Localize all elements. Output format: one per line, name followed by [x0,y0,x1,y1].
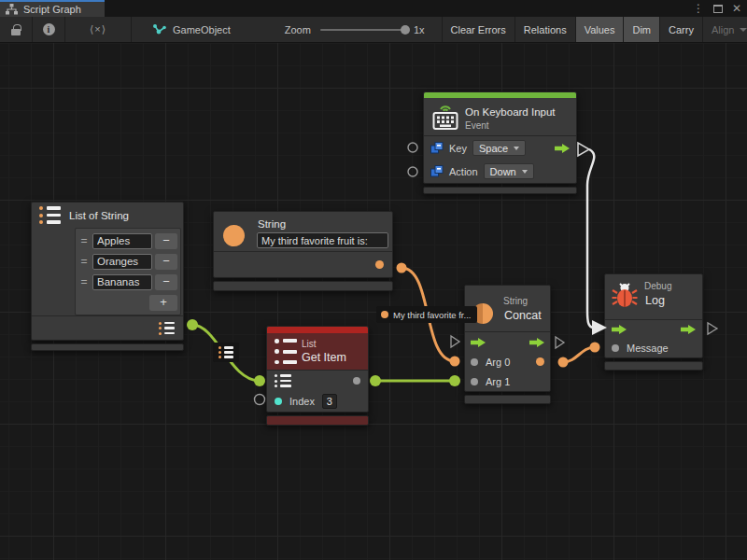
error-accent-strip [267,327,368,333]
index-input[interactable] [322,394,337,409]
node-title: On Keyboard Input [465,106,556,118]
node-footer [604,361,703,371]
wire-keyboard-to-log [587,149,594,328]
wire-value-badge-list [213,343,239,362]
port-ball-concat-arg0 [450,357,460,367]
list-output-row [32,315,183,340]
info-icon: i [43,23,55,35]
key-dropdown[interactable]: Space [472,140,526,156]
port-ball-string-out [397,263,407,273]
list-input-row [267,371,368,391]
values-toggle[interactable]: Values [575,17,624,43]
flow-output-arrow[interactable] [529,338,544,347]
list-item-row: = − [78,272,177,292]
arg0-label: Arg 0 [486,357,510,368]
zoom-slider-handle[interactable] [401,25,410,35]
keyboard-icon [432,103,458,131]
wire-value-badge-string: My third favorite fr... [376,306,477,323]
arg1-label: Arg 1 [486,376,510,387]
arg0-row: Arg 0 [465,352,550,371]
message-input-port[interactable] [612,344,619,352]
lock-icon [11,29,21,35]
remove-item-button[interactable]: − [155,233,177,249]
flow-output-arrow[interactable] [681,325,696,334]
lock-button[interactable] [0,17,32,43]
flow-row [605,320,702,339]
trigger-output-arrow[interactable] [555,144,570,153]
edit-code-button[interactable]: ⟨×⟩ [65,17,131,43]
window-close-icon[interactable]: ✕ [732,0,741,17]
item-output-port[interactable] [353,377,360,385]
action-dropdown[interactable]: Down [484,163,534,179]
align-dropdown[interactable]: Align [702,17,747,43]
code-icon: ⟨×⟩ [90,23,106,35]
flow-input-arrow[interactable] [612,325,627,334]
index-input-port[interactable] [275,398,282,405]
string-output-row [214,251,392,277]
graph-hierarchy-icon [6,4,18,15]
arg1-row: Arg 1 [465,371,550,391]
message-row: Message [605,339,702,357]
clear-errors-button[interactable]: Clear Errors [442,17,514,43]
string-output-port[interactable] [375,260,384,269]
window-maximize-icon[interactable] [713,5,723,13]
action-label: Action [449,166,478,177]
list-item-input[interactable] [92,254,152,270]
zoom-slider[interactable] [320,29,406,31]
dim-toggle[interactable]: Dim [623,17,659,43]
port-ball-concat-out [558,357,569,368]
arg1-input-port[interactable] [471,378,478,385]
port-ball-log-message [590,343,600,353]
tab-bar: Script Graph ⋮ ✕ [0,0,747,17]
keyboard-key-port-circle [408,143,417,152]
remove-item-button[interactable]: − [155,274,177,290]
drag-handle-icon[interactable]: = [78,255,90,268]
arg0-input-port[interactable] [471,358,478,366]
tab-script-graph[interactable]: Script Graph [0,0,105,17]
node-title: String [258,218,286,230]
list-input-port-icon[interactable] [275,374,292,387]
node-list-of-string[interactable]: List of String = − = − = [31,202,184,351]
concat-flow-in-triangle [451,336,459,347]
node-concat[interactable]: String Concat Arg 0 Arg 1 [464,285,551,404]
tab-title: Script Graph [23,4,81,15]
node-category: String [503,296,528,306]
string-value-input[interactable] [257,232,388,248]
wire-value-preview: My third favorite fr... [393,310,471,320]
graph-canvas[interactable]: List of String = − = − = [0,43,747,560]
index-label: Index [289,396,315,407]
carry-toggle[interactable]: Carry [659,17,702,43]
node-title: Get Item [302,351,346,364]
concat-flow-out-triangle [556,337,564,348]
node-footer [213,281,393,291]
getitem-index-port-circle [255,395,265,405]
graph-owner[interactable]: GameObject [132,23,240,36]
window-menu-icon[interactable]: ⋮ [693,0,704,17]
list-item-input[interactable] [92,274,152,290]
add-item-button[interactable]: + [149,295,177,311]
node-on-keyboard-input[interactable]: On Keyboard Input Event Key Space [423,91,577,194]
index-row: Index [267,391,368,412]
remove-item-button[interactable]: − [155,254,177,270]
wire-concat-to-log [563,347,595,362]
list-item-input[interactable] [92,233,152,249]
unity-script-graph-window: Script Graph ⋮ ✕ i ⟨×⟩ GameObject Zoom [0,0,747,560]
enum-icon [430,142,444,154]
flow-input-arrow[interactable] [471,338,486,347]
list-output-port-icon[interactable] [159,322,175,335]
flow-row [465,332,550,352]
port-ball-getitem-in [254,375,265,386]
key-row: Key Space [424,136,576,160]
chevron-down-icon [514,147,519,150]
node-string-literal[interactable]: String [213,211,393,291]
node-title: Log [645,294,665,307]
drag-handle-icon[interactable]: = [78,234,90,247]
relations-button[interactable]: Relations [514,17,575,43]
drag-handle-icon[interactable]: = [78,275,90,288]
list-item-row: = − [78,231,177,251]
list-icon [275,339,297,364]
node-get-item[interactable]: List Get Item Index [266,326,369,426]
info-button[interactable]: i [33,17,64,43]
node-debug-log[interactable]: Debug Log Message [604,273,703,371]
result-output-port[interactable] [536,357,544,366]
